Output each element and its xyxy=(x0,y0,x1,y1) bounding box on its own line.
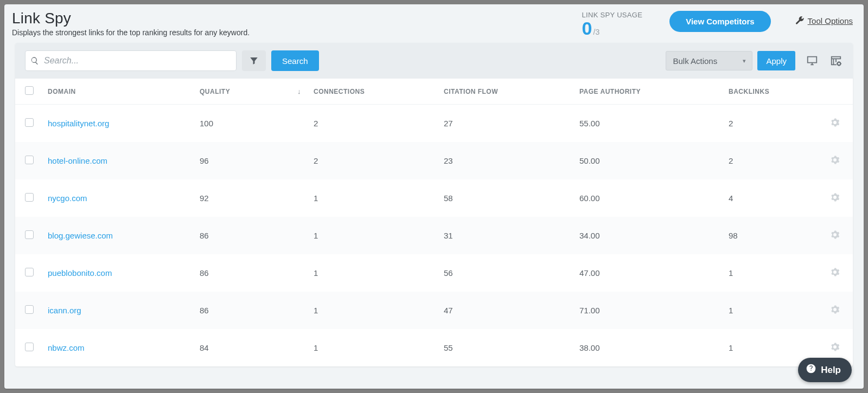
cell-page-authority: 34.00 xyxy=(579,217,729,254)
help-label: Help xyxy=(821,365,841,376)
table-row: nbwz.com8415538.001 xyxy=(15,329,853,366)
cell-connections: 1 xyxy=(314,329,444,366)
results-table: DOMAIN QUALITY ↓ CONNECTIONS CITATION FL… xyxy=(15,79,853,366)
row-settings-button[interactable] xyxy=(830,269,840,279)
row-settings-button[interactable] xyxy=(830,120,840,129)
cell-backlinks: 4 xyxy=(729,179,820,217)
search-icon xyxy=(30,56,39,65)
column-header-page-authority[interactable]: PAGE AUTHORITY xyxy=(579,79,729,105)
domain-link[interactable]: nbwz.com xyxy=(48,343,85,352)
cell-backlinks: 1 xyxy=(729,292,820,329)
row-checkbox[interactable] xyxy=(25,230,34,239)
domain-link[interactable]: hotel-online.com xyxy=(48,156,107,165)
toolbar: Search Bulk Actions Apply xyxy=(15,43,853,79)
cell-quality: 84 xyxy=(200,329,297,366)
cell-page-authority: 50.00 xyxy=(579,142,729,179)
apply-button[interactable]: Apply xyxy=(757,51,795,70)
tool-options-label: Tool Options xyxy=(808,16,853,25)
row-checkbox[interactable] xyxy=(25,305,34,314)
row-settings-button[interactable] xyxy=(830,307,840,316)
cell-page-authority: 71.00 xyxy=(579,292,729,329)
usage-value: 0/3 xyxy=(582,19,643,37)
cell-page-authority: 60.00 xyxy=(579,179,729,217)
help-icon xyxy=(806,363,816,377)
row-settings-button[interactable] xyxy=(830,232,840,241)
cell-citation-flow: 27 xyxy=(444,105,579,143)
row-checkbox[interactable] xyxy=(25,156,34,164)
column-header-quality[interactable]: QUALITY xyxy=(200,79,297,105)
row-settings-button[interactable] xyxy=(830,195,840,204)
cell-citation-flow: 23 xyxy=(444,142,579,179)
domain-link[interactable]: icann.org xyxy=(48,306,81,315)
column-header-domain[interactable]: DOMAIN xyxy=(48,79,200,105)
search-input-wrap xyxy=(25,50,237,71)
cell-backlinks: 2 xyxy=(729,105,820,143)
domain-link[interactable]: nycgo.com xyxy=(48,194,87,203)
cell-quality: 100 xyxy=(200,105,297,143)
row-settings-button[interactable] xyxy=(830,157,840,166)
domain-link[interactable]: hospitalitynet.org xyxy=(48,119,109,128)
select-all-checkbox[interactable] xyxy=(25,86,34,95)
row-settings-button[interactable] xyxy=(830,344,840,353)
column-header-citation-flow[interactable]: CITATION FLOW xyxy=(444,79,579,105)
cell-citation-flow: 47 xyxy=(444,292,579,329)
cell-connections: 1 xyxy=(314,254,444,292)
funnel-icon xyxy=(249,56,259,66)
table-row: hotel-online.com9622350.002 xyxy=(15,142,853,179)
cell-quality: 86 xyxy=(200,292,297,329)
cell-quality: 86 xyxy=(200,217,297,254)
wrench-icon xyxy=(795,15,805,27)
table-row: pueblobonito.com8615647.001 xyxy=(15,254,853,292)
cell-page-authority: 38.00 xyxy=(579,329,729,366)
page-title: Link Spy xyxy=(12,10,571,27)
search-button[interactable]: Search xyxy=(271,50,319,71)
cell-citation-flow: 56 xyxy=(444,254,579,292)
display-settings-button[interactable] xyxy=(805,54,819,68)
table-row: hospitalitynet.org10022755.002 xyxy=(15,105,853,143)
sort-indicator-icon[interactable]: ↓ xyxy=(297,87,301,95)
row-checkbox[interactable] xyxy=(25,268,34,276)
tool-options-link[interactable]: Tool Options xyxy=(795,15,853,27)
bulk-actions-select[interactable]: Bulk Actions xyxy=(666,51,752,70)
cell-citation-flow: 58 xyxy=(444,179,579,217)
table-row: blog.gewiese.com8613134.0098 xyxy=(15,217,853,254)
cell-quality: 86 xyxy=(200,254,297,292)
cell-page-authority: 47.00 xyxy=(579,254,729,292)
top-header: Link Spy Displays the strongest links fo… xyxy=(4,4,864,43)
monitor-icon xyxy=(806,55,818,67)
cell-connections: 1 xyxy=(314,179,444,217)
app-frame: Link Spy Displays the strongest links fo… xyxy=(4,4,864,389)
cell-backlinks: 1 xyxy=(729,254,820,292)
cell-page-authority: 55.00 xyxy=(579,105,729,143)
domain-link[interactable]: pueblobonito.com xyxy=(48,268,112,278)
cell-backlinks: 98 xyxy=(729,217,820,254)
filter-button[interactable] xyxy=(242,50,266,71)
cell-citation-flow: 55 xyxy=(444,329,579,366)
cell-citation-flow: 31 xyxy=(444,217,579,254)
cell-quality: 96 xyxy=(200,142,297,179)
content-card: Search Bulk Actions Apply DOMAIN QUALI xyxy=(15,43,853,366)
row-checkbox[interactable] xyxy=(25,193,34,202)
column-header-connections[interactable]: CONNECTIONS xyxy=(314,79,444,105)
cell-quality: 92 xyxy=(200,179,297,217)
column-settings-button[interactable] xyxy=(829,54,843,68)
usage-total: 3 xyxy=(595,28,599,36)
page-subtitle: Displays the strongest links for the top… xyxy=(12,28,571,37)
cell-backlinks: 2 xyxy=(729,142,820,179)
table-row: nycgo.com9215860.004 xyxy=(15,179,853,217)
table-row: icann.org8614771.001 xyxy=(15,292,853,329)
cell-connections: 2 xyxy=(314,142,444,179)
cell-connections: 1 xyxy=(314,217,444,254)
cell-connections: 2 xyxy=(314,105,444,143)
usage-used: 0 xyxy=(582,19,592,37)
column-header-backlinks[interactable]: BACKLINKS xyxy=(729,79,820,105)
cell-connections: 1 xyxy=(314,292,444,329)
help-button[interactable]: Help xyxy=(798,358,852,382)
usage-block: LINK SPY USAGE 0/3 xyxy=(582,11,643,37)
row-checkbox[interactable] xyxy=(25,118,34,127)
search-input[interactable] xyxy=(25,50,237,71)
table-gear-icon xyxy=(830,55,842,67)
view-competitors-button[interactable]: View Competitors xyxy=(669,11,770,32)
domain-link[interactable]: blog.gewiese.com xyxy=(48,231,113,240)
row-checkbox[interactable] xyxy=(25,343,34,351)
